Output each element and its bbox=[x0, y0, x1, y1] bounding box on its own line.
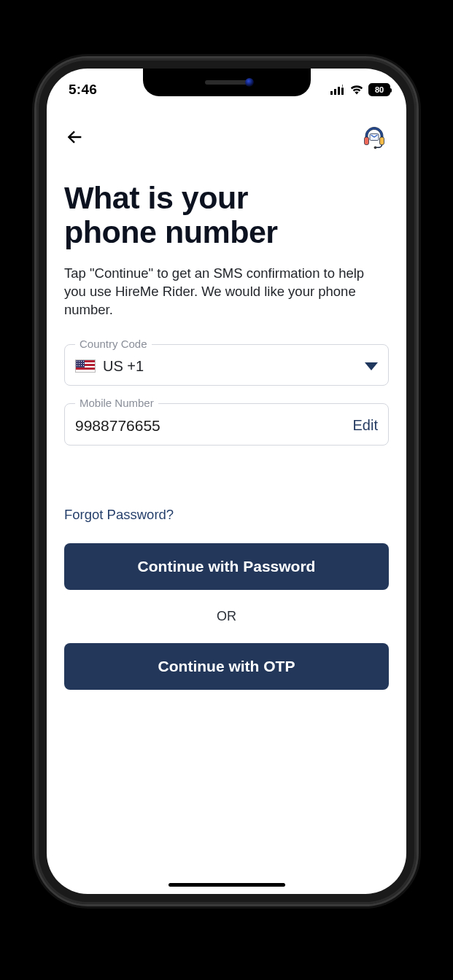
device-speaker bbox=[205, 80, 249, 85]
support-button[interactable] bbox=[360, 122, 389, 152]
country-code-field[interactable]: Country Code US +1 bbox=[64, 344, 389, 386]
cellular-icon: ! bbox=[330, 85, 345, 95]
app-content: What is your phone number Tap "Continue"… bbox=[47, 69, 406, 894]
page-subtitle: Tap "Continue" to get an SMS confirmatio… bbox=[64, 265, 389, 319]
home-indicator[interactable] bbox=[169, 883, 285, 887]
mobile-number-label: Mobile Number bbox=[75, 397, 158, 409]
screen: 5:46 ! bbox=[47, 69, 406, 894]
back-button[interactable] bbox=[64, 122, 93, 152]
device-frame: 5:46 ! bbox=[36, 58, 417, 904]
svg-rect-0 bbox=[330, 91, 333, 95]
device-front-camera bbox=[245, 78, 254, 87]
edit-mobile-button[interactable]: Edit bbox=[353, 417, 378, 434]
svg-rect-7 bbox=[380, 137, 384, 145]
mobile-number-value: 9988776655 bbox=[75, 417, 160, 435]
device-power-button bbox=[417, 281, 421, 361]
mobile-number-field[interactable]: Mobile Number 9988776655 Edit bbox=[64, 403, 389, 446]
status-time: 5:46 bbox=[69, 82, 97, 98]
svg-rect-1 bbox=[334, 89, 336, 95]
svg-rect-6 bbox=[365, 137, 369, 145]
page-title-line1: What is your bbox=[64, 180, 248, 215]
svg-point-9 bbox=[374, 146, 377, 149]
or-divider: OR bbox=[64, 609, 389, 624]
continue-password-button[interactable]: Continue with Password bbox=[64, 543, 389, 590]
device-notch bbox=[143, 69, 311, 96]
arrow-left-icon bbox=[64, 127, 85, 147]
country-code-value: US +1 bbox=[103, 358, 144, 375]
us-flag-icon bbox=[75, 359, 96, 373]
forgot-password-link[interactable]: Forgot Password? bbox=[64, 507, 389, 523]
headset-icon bbox=[361, 124, 387, 150]
page-title-line2: phone number bbox=[64, 214, 278, 249]
page-title: What is your phone number bbox=[64, 181, 389, 250]
chevron-down-icon bbox=[365, 362, 378, 370]
country-code-label: Country Code bbox=[75, 338, 152, 350]
battery-level: 80 bbox=[375, 85, 384, 94]
wifi-icon bbox=[349, 85, 364, 95]
continue-otp-button[interactable]: Continue with OTP bbox=[64, 643, 389, 690]
svg-rect-2 bbox=[338, 87, 340, 95]
battery-icon: 80 bbox=[368, 83, 390, 96]
